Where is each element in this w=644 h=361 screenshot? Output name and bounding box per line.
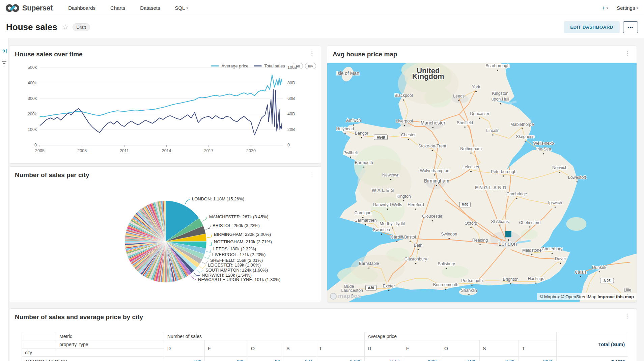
svg-text:Lille: Lille [624,287,631,292]
uk-map: A548M40A30A 25UnitedKingdomScarboroughIs… [327,63,637,302]
row-city-name: ABBOTS LANGLEY [22,357,164,361]
svg-text:A 25: A 25 [604,279,611,283]
svg-text:Pwllheli: Pwllheli [343,150,358,155]
mapbox-circle-icon [330,293,337,300]
svg-text:Chester: Chester [401,133,416,137]
svg-text:Hastings: Hastings [528,276,544,281]
svg-text:Gloucester: Gloucester [422,214,442,219]
svg-text:0: 0 [287,143,290,147]
svg-text:Sheffield: Sheffield [457,120,473,125]
panel-sales-price-table: Number of sales and average price by cit… [9,308,637,361]
col-sales-O: O [248,340,283,357]
svg-text:Doncaster: Doncaster [470,111,489,116]
dashboard-body: House sales over time ⋮ Average price To… [0,38,644,361]
svg-text:Hereford: Hereford [408,202,424,207]
svg-text:Newtown: Newtown [382,173,399,177]
table-row[interactable]: ABBOTS LANGLEY 539 635 26 841 1.12k 555k… [22,357,628,361]
svg-text:2014: 2014 [162,148,171,153]
map-canvas[interactable]: A548M40A30A 25UnitedKingdomScarboroughIs… [327,63,637,302]
nav-item-dashboards[interactable]: Dashboards [68,5,95,11]
svg-text:Maidstone: Maidstone [522,248,541,253]
pie-chart[interactable]: LONDON: 1.18M (15.26%)MANCHESTER: 267k (… [9,167,321,302]
city-header: city [22,349,56,357]
svg-text:Leicester: Leicester [463,165,480,169]
svg-text:ENGLAND: ENGLAND [475,185,507,190]
svg-text:Exeter: Exeter [383,284,395,288]
svg-text:Manchester: Manchester [421,120,445,125]
svg-text:Cardiff: Cardiff [391,235,403,240]
top-navbar: Superset Dashboards Charts Datasets SQL▾… [0,0,644,16]
mapbox-logo[interactable]: mapbox [330,293,361,300]
svg-text:NOTTINGHAM: 210k (2.71%): NOTTINGHAM: 210k (2.71%) [214,239,272,244]
svg-text:Lincoln: Lincoln [486,128,499,133]
improve-map-link[interactable]: Improve this map [597,294,634,299]
chevron-down-icon: ▾ [607,6,608,10]
col-sales-D: D [164,340,205,357]
nav-item-sql[interactable]: SQL▾ [175,5,188,11]
kebab-menu-icon[interactable]: ⋮ [623,312,633,320]
panel-sales-per-city: Number of sales per city ⋮ LONDON: 1.18M… [9,166,321,302]
filter-funnel-icon[interactable] [1,61,7,66]
svg-text:Norwich: Norwich [552,165,567,170]
svg-text:Leeds: Leeds [453,94,465,99]
col-price-O: O [441,340,480,357]
pivot-table: Metric Number of sales Average price Tot… [22,332,628,361]
col-sales-S: S [283,340,316,357]
svg-text:Shanklin: Shanklin [461,288,477,293]
kebab-menu-icon[interactable]: ⋮ [307,50,317,57]
svg-text:2017: 2017 [204,148,214,153]
brand-name: Superset [22,4,53,12]
svg-text:A548: A548 [377,136,385,139]
superset-logo[interactable]: Superset [5,3,53,13]
svg-text:Oxford: Oxford [465,221,477,226]
svg-text:BIRMINGHAM: 232k (3.00%): BIRMINGHAM: 232k (3.00%) [214,232,271,237]
dashboard-more-button[interactable]: ••• [623,21,638,33]
svg-text:Chelmsford: Chelmsford [519,220,541,225]
svg-text:Peterborough: Peterborough [491,169,516,174]
svg-text:100B: 100B [287,65,297,70]
svg-text:MANCHESTER: 267k (3.45%): MANCHESTER: 267k (3.45%) [209,214,269,219]
svg-text:Holyhead: Holyhead [336,127,354,131]
svg-text:Liverpool: Liverpool [396,119,413,123]
settings-menu[interactable]: Settings▾ [617,5,638,11]
line-chart[interactable]: 00100k20B200k40B300k60B400k80B500k100B20… [13,63,317,161]
expand-filter-bar-icon[interactable] [1,48,7,54]
svg-text:Lowestoft: Lowestoft [568,175,586,180]
svg-text:Salisbury: Salisbury [438,261,455,266]
map-attribution: © Mapbox © OpenStreetMap Improve this ma… [537,293,637,300]
col-price-D: D [365,340,403,357]
svg-text:60B: 60B [287,96,295,101]
kebab-menu-icon[interactable]: ⋮ [623,50,633,57]
chevron-down-icon: ▾ [636,6,638,10]
col-price-T: T [519,340,557,357]
svg-text:2011: 2011 [120,148,129,153]
svg-text:Bournemouth: Bournemouth [433,282,458,287]
svg-text:UnitedKingdom: UnitedKingdom [412,66,444,80]
panel-title: Number of sales and average price by cit… [15,313,143,321]
svg-text:Barnstaple: Barnstaple [359,261,379,266]
svg-text:SHEFFIELD: 156k (2.01%): SHEFFIELD: 156k (2.01%) [210,258,263,263]
svg-text:100k: 100k [28,127,37,132]
panel-title: House sales over time [15,51,83,58]
svg-text:Swansea: Swansea [373,227,390,232]
col-sales-T: T [316,340,365,357]
svg-text:Bath: Bath [414,243,423,248]
nav-item-datasets[interactable]: Datasets [140,5,160,11]
new-item-button[interactable]: +▾ [602,5,608,11]
svg-text:NEWCASTLE UPON TYNE: 101k (1.3: NEWCASTLE UPON TYNE: 101k (1.30%) [198,277,281,282]
svg-text:BRISTOL: 250k (3.23%): BRISTOL: 250k (3.23%) [213,223,260,228]
svg-text:Dover: Dover [555,256,566,261]
svg-text:LEICESTER: 139k (1.80%): LEICESTER: 139k (1.80%) [208,262,261,268]
svg-text:300k: 300k [28,96,37,101]
svg-text:WALES: WALES [372,188,395,193]
svg-text:Brighton: Brighton [503,277,519,282]
svg-text:Bangor: Bangor [355,131,368,136]
nav-item-charts[interactable]: Charts [110,5,125,11]
favorite-star-icon[interactable]: ☆ [62,23,68,31]
nav-menu: Dashboards Charts Datasets SQL▾ [68,5,188,11]
dashboard-header: House sales ☆ Draft EDIT DASHBOARD ••• [0,16,644,38]
corner-cell [22,332,56,340]
svg-text:200k: 200k [28,112,37,116]
group-average-price: Average price [365,332,557,340]
edit-dashboard-button[interactable]: EDIT DASHBOARD [564,21,620,33]
